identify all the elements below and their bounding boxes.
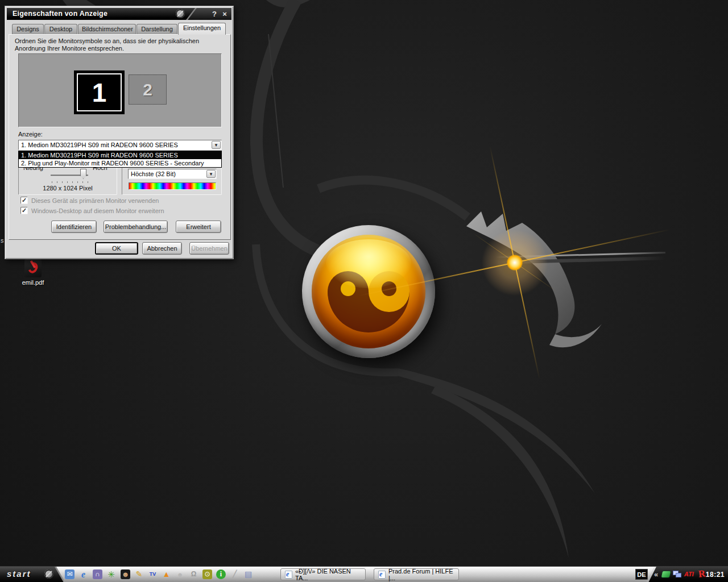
desktop-icon-emil-pdf[interactable]: emil.pdf (11, 259, 55, 286)
partial-desktop-label: s (1, 237, 4, 244)
brush-icon[interactable]: ✎ (134, 569, 144, 579)
taskbar-task-die-nasen[interactable]: «Ð][/\/» DIE NASEN TA... (280, 568, 366, 580)
orb-sphere (312, 235, 425, 348)
color-quality-combobox[interactable]: Höchste (32 Bit) ▾ (128, 169, 217, 179)
globe-ball-icon[interactable]: ● (175, 569, 185, 579)
resolution-value: 728 x 582 Pixel (19, 185, 117, 192)
internet-explorer-page-icon (378, 571, 386, 579)
extend-desktop-checkrow: ✓ Windows-Desktop auf diesem Monitor erw… (20, 207, 164, 214)
dialog-title: Eigenschaften von Anzeige (13, 8, 107, 20)
circle-slash-icon (176, 9, 185, 18)
circle-slash-icon (44, 569, 53, 579)
speaker-blob-icon[interactable]: Ω (189, 569, 198, 579)
tab-desktop[interactable]: Desktop (44, 24, 77, 34)
start-button[interactable]: start (0, 567, 64, 582)
monitor-arrangement-area[interactable]: 1 2 (18, 53, 222, 127)
dropdown-option-2[interactable]: 2. Plug und Play-Monitor mit RADEON 9600… (19, 159, 221, 167)
tab-designs[interactable]: Designs (12, 24, 44, 34)
help-button[interactable]: ? (210, 8, 219, 20)
display-properties-dialog: Eigenschaften von Anzeige ? × Designs De… (5, 6, 234, 259)
timer-icon[interactable]: ⊙ (202, 569, 212, 579)
dropdown-option-1[interactable]: 1. Medion MD30219PH S09 mit RADEON 9600 … (19, 151, 221, 159)
color-quality-value: Höchste (32 Bit) (131, 171, 176, 177)
network-monitors-icon[interactable] (673, 571, 682, 578)
primary-monitor-label: Dieses Gerät als primären Monitor verwen… (31, 197, 159, 204)
cancel-button[interactable]: Abbrechen (142, 242, 182, 255)
language-indicator[interactable]: DE (635, 569, 648, 580)
troubleshoot-button[interactable]: Problembehandlung... (104, 221, 168, 233)
internet-explorer-page-icon (285, 571, 292, 579)
taskbar-task-prad-forum[interactable]: Prad.de Forum | HILFE |... (374, 568, 459, 580)
display-combobox-value: 1. Medion MD30219PH S09 mit RADEON 9600 … (21, 142, 178, 148)
orb-highlight (326, 239, 411, 288)
notes-window-icon[interactable]: ▤ (243, 569, 253, 579)
tab-darstellung[interactable]: Darstellung (136, 24, 177, 34)
monitor-1-number: 1 (77, 73, 122, 111)
taskbar: start ✉ e ∩ ✳ ☻ ✎ TV ▲ ● Ω ⊙ i ╱ ▤ «Ð][/… (0, 566, 728, 582)
icq-flower-icon[interactable]: ✳ (106, 569, 116, 579)
monitor-2[interactable]: 2 (129, 74, 167, 105)
desktop: s emil.pdf Eigenschaften von Anzeige ? ×… (0, 0, 728, 582)
info-icon[interactable]: i (216, 569, 226, 579)
start-label: start (7, 569, 31, 579)
identify-button[interactable]: Identifizieren (51, 221, 97, 233)
settings-tab-page: Ordnen Sie die Monitorsymbole so an, das… (9, 34, 231, 240)
chevron-down-icon[interactable]: ▾ (206, 170, 216, 178)
ok-button[interactable]: OK (95, 242, 138, 255)
display-label: Anzeige: (18, 131, 43, 138)
primary-monitor-checkbox[interactable]: ✓ (20, 197, 28, 204)
close-button[interactable]: × (220, 8, 229, 20)
display-dropdown-list: 1. Medion MD30219PH S09 mit RADEON 9600 … (18, 151, 222, 168)
headset-icon[interactable]: ∩ (93, 569, 102, 579)
instruction-text: Ordnen Sie die Monitorsymbole so an, das… (15, 38, 226, 52)
display-combobox[interactable]: 1. Medion MD30219PH S09 mit RADEON 9600 … (18, 140, 222, 150)
adobe-pdf-icon (24, 259, 42, 277)
vlc-cone-icon[interactable]: ▲ (162, 569, 171, 579)
internet-explorer-icon[interactable]: e (78, 569, 88, 579)
resolution-slider-thumb[interactable] (80, 169, 86, 179)
tray-chevron-icon[interactable]: « (654, 570, 658, 579)
system-tray: « ATI R 18:21 (648, 567, 728, 582)
chevron-down-icon[interactable]: ▾ (212, 141, 221, 149)
green-badge-icon[interactable] (661, 571, 671, 577)
desktop-icon-label: emil.pdf (11, 279, 55, 286)
ati-logo-icon[interactable]: ATI (684, 571, 694, 577)
primary-monitor-checkrow: ✓ Dieses Gerät als primären Monitor verw… (20, 197, 159, 204)
apply-button[interactable]: Übernehmen (189, 242, 229, 255)
monitor-1[interactable]: 1 (74, 70, 125, 114)
portrait-icon[interactable]: ☻ (121, 569, 130, 579)
task-title: Prad.de Forum | HILFE |... (388, 568, 454, 581)
task-title: «Ð][/\/» DIE NASEN TA... (295, 568, 361, 581)
taskbar-clock[interactable]: 18:21 (706, 571, 725, 579)
mail-window-icon[interactable]: ✉ (65, 569, 75, 579)
slider-tick-marks (52, 181, 88, 183)
color-depth-rainbow-bar (129, 182, 216, 190)
advanced-button[interactable]: Erweitert (176, 221, 221, 233)
tab-bildschirmschoner[interactable]: Bildschirmschoner (78, 24, 136, 34)
tab-einstellungen[interactable]: Einstellungen (178, 23, 226, 35)
dialog-titlebar[interactable]: Eigenschaften von Anzeige ? × (7, 8, 231, 20)
tool-swoosh-icon[interactable]: ╱ (230, 569, 239, 579)
tv-icon[interactable]: TV (148, 569, 158, 579)
riva-r-logo-icon[interactable]: R (698, 568, 706, 580)
monitor-glyph (676, 573, 681, 577)
extend-desktop-checkbox[interactable]: ✓ (20, 207, 28, 214)
extend-desktop-label: Windows-Desktop auf diesem Monitor erwei… (31, 207, 164, 214)
yinyang-orb (302, 225, 435, 358)
